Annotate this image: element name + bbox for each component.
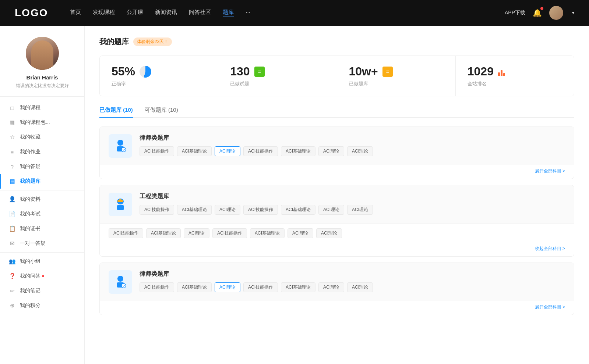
stat-label-rank: 全站排名 bbox=[468, 81, 562, 87]
sidebar-item-label-profile: 我的资料 bbox=[20, 196, 40, 203]
navbar-app-download[interactable]: APP下载 bbox=[505, 10, 525, 16]
bank-tag[interactable]: ACI基础理论 bbox=[177, 205, 212, 215]
sidebar-item-favorites[interactable]: ☆ 我的收藏 bbox=[0, 130, 84, 144]
bank-name-engineer: 工程类题库 bbox=[140, 193, 565, 200]
bank-tag[interactable]: ACI理论 bbox=[184, 228, 209, 238]
list-orange-icon: ≡ bbox=[382, 67, 393, 77]
page-header: 我的题库 体验剩余23天！ bbox=[99, 37, 574, 47]
navbar: LOGO 首页 发现课程 公开课 新闻资讯 问答社区 题库 ··· APP下载 … bbox=[0, 0, 589, 26]
stat-card-accuracy: 55% 正确率 bbox=[100, 56, 218, 96]
bank-tag[interactable]: ACI技能操作 bbox=[212, 228, 247, 238]
bank-tag-selected[interactable]: ACI理论 bbox=[215, 282, 240, 292]
sidebar-item-coursepack[interactable]: ▦ 我的课程包... bbox=[0, 115, 84, 130]
navbar-right: APP下载 🔔 ▾ bbox=[505, 6, 574, 20]
sidebar-item-label-notes: 我的笔记 bbox=[20, 288, 40, 294]
bank-icon-engineer bbox=[109, 193, 132, 216]
nav-link-qa[interactable]: 问答社区 bbox=[189, 9, 211, 17]
nav-link-news[interactable]: 新闻资讯 bbox=[155, 9, 177, 17]
exam-icon: 📄 bbox=[9, 211, 15, 217]
bank-tag[interactable]: ACI技能操作 bbox=[140, 146, 174, 156]
sidebar-item-homework[interactable]: ≡ 我的作业 bbox=[0, 144, 84, 159]
bank-section-engineer: 工程类题库 ACI技能操作 ACI基础理论 ACI理论 ACI技能操作 ACI基… bbox=[99, 185, 574, 257]
bank-tag[interactable]: ACI技能操作 bbox=[140, 282, 174, 292]
lawyer2-icon bbox=[112, 274, 128, 290]
sidebar: Brian Harris 错误的决定比没有决定要好 □ 我的课程 ▦ 我的课程包… bbox=[0, 26, 85, 364]
navbar-avatar[interactable] bbox=[549, 6, 563, 20]
navbar-dropdown-icon[interactable]: ▾ bbox=[572, 10, 574, 15]
oneonone-icon: ✉ bbox=[9, 240, 15, 247]
stat-card-rank: 1029 全站排名 bbox=[456, 56, 574, 96]
profile-icon: 👤 bbox=[9, 196, 15, 203]
main-layout: Brian Harris 错误的决定比没有决定要好 □ 我的课程 ▦ 我的课程包… bbox=[0, 26, 589, 364]
bank-tag[interactable]: ACI基础理论 bbox=[177, 282, 212, 292]
sidebar-item-qa[interactable]: ? 我的答疑 bbox=[0, 159, 84, 174]
bank-name-lawyer1: 律师类题库 bbox=[140, 134, 565, 142]
navbar-bell[interactable]: 🔔 bbox=[533, 8, 542, 17]
nav-link-questionbank[interactable]: 题库 bbox=[223, 9, 234, 17]
nav-link-home[interactable]: 首页 bbox=[70, 9, 81, 17]
sidebar-item-group[interactable]: 👥 我的小组 bbox=[0, 254, 84, 269]
bank-header-lawyer2: 律师类题库 ACI技能操作 ACI基础理论 ACI理论 ACI技能操作 ACI基… bbox=[100, 263, 574, 301]
sidebar-item-label-favorites: 我的收藏 bbox=[20, 134, 40, 140]
sidebar-item-myquestions[interactable]: ❓ 我的问答 bbox=[0, 269, 84, 283]
bank-icon-lawyer2 bbox=[109, 270, 132, 294]
bank-tag[interactable]: ACI技能操作 bbox=[243, 146, 278, 156]
bank-icon-lawyer1 bbox=[109, 134, 132, 158]
bank-tag[interactable]: ACI理论 bbox=[347, 282, 373, 292]
bank-tag[interactable]: ACI技能操作 bbox=[243, 282, 278, 292]
bank-tag[interactable]: ACI理论 bbox=[288, 228, 313, 238]
bank-info-lawyer1: 律师类题库 ACI技能操作 ACI基础理论 ACI理论 ACI技能操作 ACI基… bbox=[140, 134, 565, 156]
coursepack-icon: ▦ bbox=[9, 119, 15, 126]
engineer-icon bbox=[112, 196, 128, 213]
sidebar-item-exam[interactable]: 📄 我的考试 bbox=[0, 207, 84, 221]
sidebar-item-profile[interactable]: 👤 我的资料 bbox=[0, 192, 84, 207]
bank-expand-lawyer2[interactable]: 展开全部科目 > bbox=[100, 301, 574, 315]
bank-tag[interactable]: ACI技能操作 bbox=[140, 205, 174, 215]
bank-tag[interactable]: ACI理论 bbox=[318, 146, 344, 156]
bank-tag[interactable]: ACI理论 bbox=[318, 205, 344, 215]
bank-tag[interactable]: ACI理论 bbox=[215, 205, 240, 215]
bank-tag[interactable]: ACI技能操作 bbox=[243, 205, 278, 215]
questionbank-icon: ▤ bbox=[9, 178, 15, 185]
trial-badge: 体验剩余23天！ bbox=[133, 38, 172, 46]
bank-expand-engineer[interactable]: 收起全部科目 > bbox=[100, 243, 574, 256]
sidebar-item-label-myquestions: 我的问答 bbox=[20, 273, 40, 279]
bank-tag[interactable]: ACI理论 bbox=[316, 228, 342, 238]
points-icon: ⊕ bbox=[9, 302, 15, 309]
tab-done[interactable]: 已做题库 (10) bbox=[99, 107, 133, 117]
bank-tag[interactable]: ACI理论 bbox=[347, 146, 373, 156]
bank-tag-selected[interactable]: ACI理论 bbox=[215, 146, 240, 156]
sidebar-item-oneonone[interactable]: ✉ 一对一答疑 bbox=[0, 236, 84, 251]
nav-link-discover[interactable]: 发现课程 bbox=[93, 9, 115, 17]
sidebar-item-course[interactable]: □ 我的课程 bbox=[0, 100, 84, 115]
course-icon: □ bbox=[9, 104, 15, 111]
bank-tag[interactable]: ACI理论 bbox=[318, 282, 344, 292]
notes-icon: ✏ bbox=[9, 288, 15, 294]
sidebar-item-label-exam: 我的考试 bbox=[20, 211, 40, 217]
sidebar-item-questionbank[interactable]: ▤ 我的题库 bbox=[0, 174, 84, 189]
nav-link-more[interactable]: ··· bbox=[246, 9, 250, 17]
bank-tags-engineer-row1: ACI技能操作 ACI基础理论 ACI理论 ACI技能操作 ACI基础理论 AC… bbox=[140, 205, 565, 215]
bank-tag[interactable]: ACI技能操作 bbox=[109, 228, 143, 238]
sidebar-profile: Brian Harris 错误的决定比没有决定要好 bbox=[0, 37, 84, 97]
questions-dot bbox=[42, 275, 44, 277]
sidebar-item-certificate[interactable]: 📋 我的证书 bbox=[0, 221, 84, 236]
navbar-logo[interactable]: LOGO bbox=[15, 7, 48, 19]
stat-value-banks: 10w+ bbox=[349, 65, 378, 78]
bank-tag[interactable]: ACI理论 bbox=[347, 205, 373, 215]
bank-tag[interactable]: ACI基础理论 bbox=[281, 146, 315, 156]
stat-card-questions: 130 ≡ 已做试题 bbox=[218, 56, 337, 96]
bank-expand-lawyer1[interactable]: 展开全部科目 > bbox=[100, 165, 574, 179]
list-green-icon: ≡ bbox=[254, 67, 265, 77]
bank-tag[interactable]: ACI基础理论 bbox=[281, 205, 315, 215]
sidebar-item-notes[interactable]: ✏ 我的笔记 bbox=[0, 283, 84, 298]
bank-tag[interactable]: ACI基础理论 bbox=[177, 146, 212, 156]
bank-tag[interactable]: ACI基础理论 bbox=[250, 228, 285, 238]
sidebar-item-label-questionbank: 我的题库 bbox=[20, 178, 40, 185]
sidebar-item-points[interactable]: ⊕ 我的积分 bbox=[0, 298, 84, 313]
bank-tag[interactable]: ACI基础理论 bbox=[146, 228, 181, 238]
nav-link-opencourse[interactable]: 公开课 bbox=[127, 9, 143, 17]
bank-tag[interactable]: ACI基础理论 bbox=[281, 282, 315, 292]
bank-tags-lawyer2: ACI技能操作 ACI基础理论 ACI理论 ACI技能操作 ACI基础理论 AC… bbox=[140, 282, 565, 292]
tab-available[interactable]: 可做题库 (10) bbox=[145, 107, 178, 117]
